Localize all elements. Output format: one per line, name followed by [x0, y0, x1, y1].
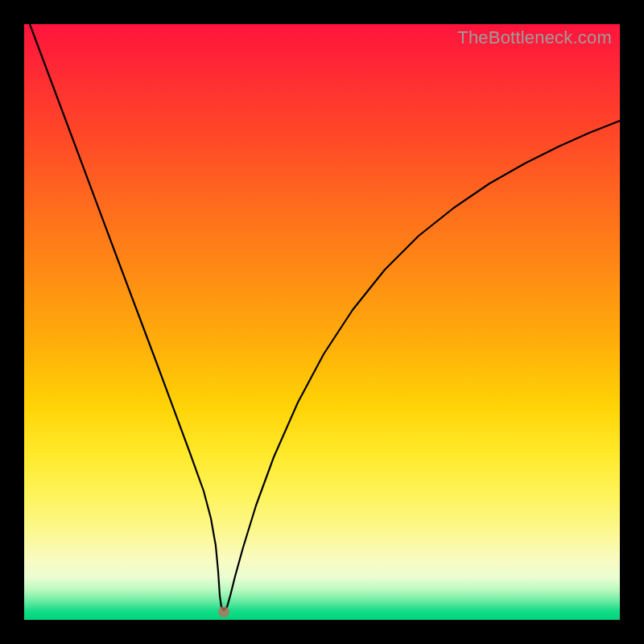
plot-area: TheBottleneck.com: [24, 24, 620, 620]
bottleneck-curve: [24, 24, 620, 620]
minimum-dot: [218, 606, 229, 617]
curve-path: [30, 24, 620, 610]
chart-frame: TheBottleneck.com: [0, 0, 644, 644]
